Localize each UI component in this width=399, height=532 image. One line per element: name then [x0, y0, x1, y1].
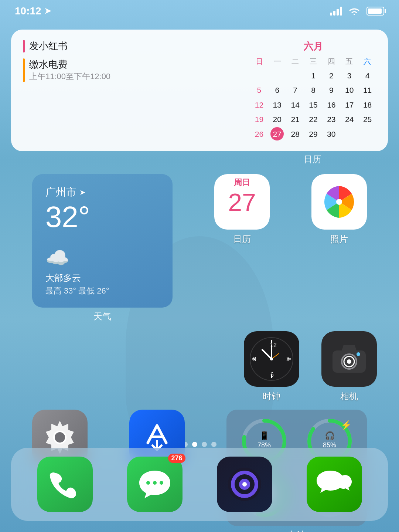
- cal-cell: 7: [287, 83, 304, 97]
- svg-point-20: [357, 352, 360, 356]
- svg-point-45: [153, 481, 157, 485]
- cal-weekday-mon: 一: [269, 57, 287, 67]
- location-icon: ➤: [79, 188, 86, 197]
- dock-messages-icon[interactable]: [127, 457, 183, 512]
- cal-cell: 20: [269, 112, 286, 126]
- svg-point-19: [347, 359, 351, 364]
- photos-pinwheel-icon: [319, 182, 359, 222]
- svg-text:6: 6: [270, 372, 274, 378]
- weather-range: 最高 33° 最低 26°: [45, 285, 159, 297]
- cal-cell: 11: [359, 83, 376, 97]
- wechat-icon: [315, 468, 354, 501]
- camera-app[interactable]: 相机: [321, 331, 377, 402]
- reminder-section: 发小红书 缴水电费 上午11:00至下午12:00: [23, 40, 243, 141]
- cal-cell: 14: [287, 98, 304, 112]
- cal-cell: 29: [305, 127, 322, 141]
- svg-point-1: [336, 199, 342, 205]
- calendar-app-label: 日历: [304, 154, 321, 164]
- cal-weekday-sun: 日: [250, 57, 269, 67]
- location-arrow-icon: ➤: [44, 6, 51, 16]
- calendar-app-icon[interactable]: 周日 27: [214, 174, 270, 230]
- phone-icon: [48, 468, 82, 501]
- cal-cell: 5: [250, 83, 268, 97]
- cal-cell: 19: [250, 112, 268, 126]
- dock-phone-icon[interactable]: [37, 457, 93, 512]
- clock-face-icon: 12 6 9 3: [249, 337, 294, 381]
- svg-marker-16: [342, 345, 357, 350]
- svg-point-44: [146, 481, 150, 485]
- photos-app-label: 照片: [330, 233, 348, 245]
- time-display: 10:12: [15, 5, 41, 17]
- svg-text:🎧: 🎧: [325, 431, 335, 441]
- weather-widget[interactable]: 广州市 ➤ 32° ☁️ 大部多云 最高 33° 最低 26° 天气: [32, 174, 173, 322]
- calendar-month: 六月: [250, 40, 376, 53]
- battery-widget-label: 电池: [226, 529, 367, 532]
- dock-phone[interactable]: [37, 457, 93, 512]
- reminder-bar-pink: [23, 40, 25, 52]
- cal-cell: [359, 127, 376, 141]
- dock-messages-container[interactable]: 276: [127, 457, 183, 512]
- dock: 276: [11, 448, 388, 521]
- cal-cell: [250, 69, 268, 82]
- cal-weekday-thu: 四: [322, 57, 340, 67]
- reminder-subtext-2: 上午11:00至下午12:00: [29, 71, 110, 82]
- clock-app-label: 时钟: [263, 390, 280, 402]
- cal-cell: 22: [305, 112, 322, 126]
- camera-app-label: 相机: [340, 390, 358, 402]
- signal-icon: [330, 7, 342, 16]
- cal-weekday-wed: 三: [304, 57, 323, 67]
- dock-messages[interactable]: 276: [127, 457, 183, 512]
- cal-cell: 24: [341, 112, 358, 126]
- calendar-app[interactable]: 周日 27 日历: [214, 174, 270, 245]
- cal-cell: [341, 127, 358, 141]
- calendar-app-label-text: 日历: [233, 233, 251, 245]
- reminder-item-1: 发小红书: [23, 40, 243, 52]
- cal-cell: 8: [305, 83, 322, 97]
- weather-label: 天气: [32, 311, 173, 322]
- camera-icon: [331, 343, 368, 375]
- cal-cell: 1: [305, 69, 322, 82]
- status-left: 10:12 ➤: [15, 5, 51, 17]
- weather-temp: 32°: [45, 202, 159, 232]
- weather-city: 广州市 ➤: [45, 185, 159, 199]
- cal-cell: 2: [323, 69, 340, 82]
- calendar-day-label: 周日: [228, 174, 256, 190]
- weather-condition-icon: ☁️: [45, 247, 159, 269]
- cal-cell: 6: [269, 83, 286, 97]
- camera-app-icon[interactable]: [321, 331, 377, 387]
- dock-podcast-icon[interactable]: [217, 457, 272, 512]
- photos-app[interactable]: 照片: [311, 174, 367, 245]
- cal-cell: [287, 69, 304, 82]
- cal-cell: 13: [269, 98, 286, 112]
- status-bar: 10:12 ➤: [0, 0, 399, 22]
- status-right: [330, 6, 384, 16]
- cal-weekday-tue: 二: [286, 57, 304, 67]
- reminder-text-1: 发小红书: [29, 40, 68, 52]
- cal-weekday-fri: 五: [340, 57, 358, 67]
- cal-cell: 21: [287, 112, 304, 126]
- clock-app[interactable]: 12 6 9 3 时钟: [244, 331, 299, 402]
- podcast-icon: [226, 466, 263, 503]
- cal-cell: 15: [305, 98, 322, 112]
- cal-cell: 12: [250, 98, 268, 112]
- cal-cell: 3: [341, 69, 358, 82]
- dock-wechat-icon[interactable]: [307, 457, 362, 512]
- cal-cell: 10: [341, 83, 358, 97]
- dock-podcast[interactable]: [217, 457, 272, 512]
- svg-text:⚡: ⚡: [341, 420, 352, 430]
- messages-badge: 276: [168, 454, 185, 463]
- clock-app-icon[interactable]: 12 6 9 3: [244, 331, 299, 387]
- cal-weekday-sat: 六: [358, 57, 376, 67]
- calendar-weekdays: 日 一 二 三 四 五 六: [250, 57, 376, 67]
- photos-app-icon[interactable]: [311, 174, 367, 230]
- cal-cell: 25: [359, 112, 376, 126]
- battery-icon: [366, 7, 384, 16]
- cal-cell: 26: [250, 127, 268, 141]
- cal-cell: 23: [323, 112, 340, 126]
- apps-row-1: 广州市 ➤ 32° ☁️ 大部多云 最高 33° 最低 26° 天气 周日 27…: [11, 174, 388, 322]
- svg-text:3: 3: [286, 356, 290, 362]
- cal-cell: [269, 69, 286, 82]
- dock-wechat[interactable]: [307, 457, 362, 512]
- messages-icon: [136, 467, 173, 502]
- reminder-calendar-widget[interactable]: 发小红书 缴水电费 上午11:00至下午12:00 六月 日 一 二 三 四 五…: [11, 30, 388, 151]
